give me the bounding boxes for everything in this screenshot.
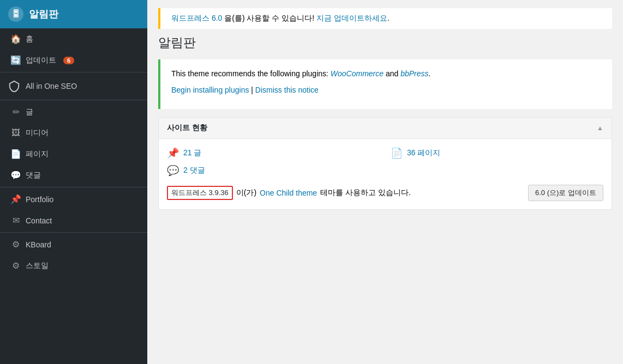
update-notice-mid: 을(를) 사용할 수 있습니다! bbox=[224, 14, 316, 22]
widget-collapse-button[interactable]: ▲ bbox=[597, 124, 603, 132]
begin-installing-link[interactable]: Begin installing plugins bbox=[171, 86, 249, 94]
plugin-notice-prefix: This theme recommends the following plug… bbox=[171, 69, 331, 78]
sidebar-item-label: 홈 bbox=[26, 34, 33, 44]
theme-name: One Child theme bbox=[260, 189, 317, 197]
end-text: . bbox=[429, 69, 431, 78]
stats-grid: 📌 21 글 📄 36 페이지 💬 2 댓글 bbox=[167, 147, 603, 177]
update-now-link[interactable]: 지금 업데이트하세요 bbox=[316, 14, 387, 22]
dismiss-notice-link[interactable]: Dismiss this notice bbox=[255, 86, 319, 94]
sidebar-item-pages[interactable]: 📄 페이지 bbox=[0, 143, 147, 165]
sidebar-item-home[interactable]: 🏠 홈 bbox=[0, 28, 147, 50]
theme-name-link[interactable]: One Child theme bbox=[260, 189, 317, 197]
wordpress-version-text: 워드프레스 6.0 bbox=[171, 14, 222, 22]
sidebar-item-media[interactable]: 🖼 미디어 bbox=[0, 123, 147, 143]
sidebar-item-kboard[interactable]: ⚙ KBoard bbox=[0, 234, 147, 255]
comments-stat-icon: 💬 bbox=[167, 165, 179, 177]
widget-body: 📌 21 글 📄 36 페이지 💬 2 댓글 bbox=[159, 139, 612, 209]
portfolio-icon: 📌 bbox=[10, 194, 21, 204]
comments-icon: 💬 bbox=[10, 170, 21, 180]
update-wordpress-button[interactable]: 6.0 (으)로 업데이트 bbox=[528, 185, 603, 201]
sidebar-item-all-in-one-seo[interactable]: All in One SEO bbox=[0, 74, 147, 99]
storel-icon: ⚙ bbox=[10, 260, 21, 271]
page-title: 알림판 bbox=[158, 34, 612, 51]
sidebar-item-label: KBoard bbox=[26, 240, 51, 249]
sidebar-item-label: Portfolio bbox=[26, 195, 53, 204]
pages-stat-link[interactable]: 36 페이지 bbox=[407, 148, 440, 158]
separator: | bbox=[249, 86, 255, 94]
posts-stat-icon: 📌 bbox=[167, 147, 179, 159]
plugin-notice-text: This theme recommends the following plug… bbox=[171, 68, 601, 80]
dashboard-icon: 🎛 bbox=[8, 7, 23, 22]
sidebar-item-label: Contact bbox=[26, 216, 52, 225]
comments-stat-link[interactable]: 2 댓글 bbox=[183, 166, 205, 175]
update-notice-end: . bbox=[387, 14, 390, 22]
and-text: and bbox=[384, 69, 400, 78]
updates-icon: 🔄 bbox=[10, 55, 21, 65]
sidebar-item-label: 댓글 bbox=[26, 171, 41, 180]
theme-info: 워드프레스 3.9.36 이(가) One Child theme 테마를 사용… bbox=[167, 185, 603, 201]
sidebar: 🎛 알림판 🏠 홈 🔄 업데이트 6 All in One SEO ✏ 글 🖼 … bbox=[0, 0, 147, 364]
sidebar-item-label: 업데이트 bbox=[26, 56, 56, 65]
sidebar-item-portfolio[interactable]: 📌 Portfolio bbox=[0, 189, 147, 210]
plugin-notice: This theme recommends the following plug… bbox=[158, 59, 612, 109]
home-icon: 🏠 bbox=[10, 34, 21, 44]
widget-header: 사이트 현황 ▲ bbox=[159, 118, 612, 139]
woocommerce-label: WooCommerce bbox=[331, 69, 384, 78]
pages-stat: 📄 36 페이지 bbox=[391, 147, 603, 159]
pages-stat-icon: 📄 bbox=[391, 147, 403, 159]
site-status-widget: 사이트 현황 ▲ 📌 21 글 📄 36 페이지 bbox=[158, 117, 612, 210]
sidebar-item-posts[interactable]: ✏ 글 bbox=[0, 101, 147, 123]
sidebar-item-label: 미디어 bbox=[26, 128, 49, 138]
sidebar-item-label: 글 bbox=[26, 107, 33, 117]
plugin-notice-actions: Begin installing plugins | Dismiss this … bbox=[171, 84, 601, 96]
shield-icon bbox=[8, 80, 20, 92]
sidebar-item-contact[interactable]: ✉ Contact bbox=[0, 210, 147, 231]
contact-icon: ✉ bbox=[10, 215, 21, 226]
wordpress-version-box: 워드프레스 3.9.36 bbox=[167, 186, 233, 200]
kboard-icon: ⚙ bbox=[10, 239, 21, 250]
comments-stat-count: 2 댓글 bbox=[183, 166, 205, 174]
sidebar-item-label: 스토일 bbox=[26, 261, 49, 271]
comments-stat: 💬 2 댓글 bbox=[167, 165, 380, 177]
theme-text-mid: 이(가) bbox=[236, 188, 256, 198]
widget-title: 사이트 현황 bbox=[167, 123, 207, 133]
main-content: 워드프레스 6.0 을(를) 사용할 수 있습니다! 지금 업데이트하세요. 알… bbox=[147, 0, 623, 364]
sidebar-header-title: 알림판 bbox=[29, 8, 58, 21]
all-in-one-seo-label: All in One SEO bbox=[26, 82, 77, 90]
pages-icon: 📄 bbox=[10, 149, 21, 159]
sidebar-item-updates[interactable]: 🔄 업데이트 6 bbox=[0, 50, 147, 71]
updates-badge: 6 bbox=[63, 57, 74, 64]
theme-info-left: 워드프레스 3.9.36 이(가) One Child theme 테마를 사용… bbox=[167, 186, 411, 200]
posts-stat-link[interactable]: 21 글 bbox=[183, 148, 201, 158]
posts-stat-count: 21 글 bbox=[183, 148, 201, 157]
pages-stat-count: 36 페이지 bbox=[407, 148, 440, 157]
woocommerce-link[interactable]: WooCommerce bbox=[331, 69, 384, 78]
posts-icon: ✏ bbox=[10, 107, 21, 117]
update-notice: 워드프레스 6.0 을(를) 사용할 수 있습니다! 지금 업데이트하세요. bbox=[158, 8, 612, 29]
wordpress-version-link[interactable]: 워드프레스 6.0 bbox=[171, 14, 224, 22]
media-icon: 🖼 bbox=[10, 128, 21, 138]
theme-text-after: 테마를 사용하고 있습니다. bbox=[320, 188, 411, 198]
posts-stat: 📌 21 글 bbox=[167, 147, 380, 159]
bbpress-label: bbPress bbox=[400, 69, 428, 78]
sidebar-item-label: 페이지 bbox=[26, 149, 49, 159]
sidebar-item-storel[interactable]: ⚙ 스토일 bbox=[0, 255, 147, 276]
sidebar-header[interactable]: 🎛 알림판 bbox=[0, 0, 147, 28]
bbpress-link[interactable]: bbPress bbox=[400, 69, 428, 78]
sidebar-item-comments[interactable]: 💬 댓글 bbox=[0, 165, 147, 186]
